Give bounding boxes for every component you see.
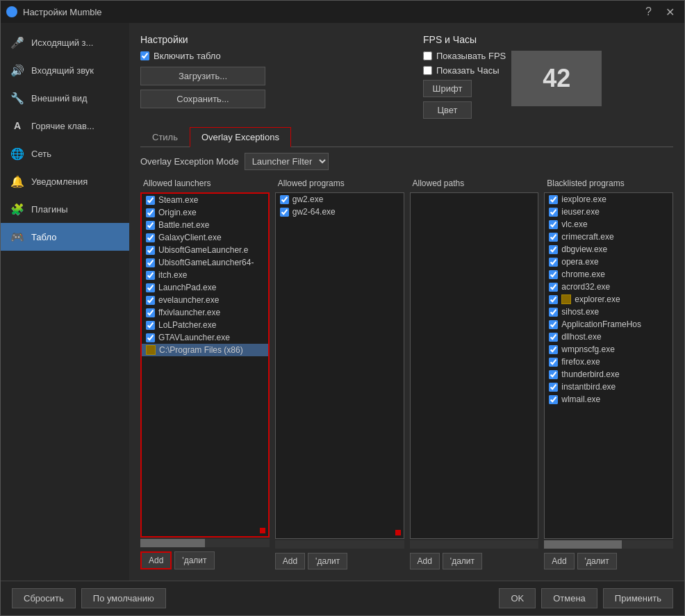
allowed-programs-col: Allowed programs gw2.exe gw2-64.exe Add …: [275, 177, 404, 569]
sidebar-item-plugins[interactable]: 🧩 Плагины: [1, 195, 129, 223]
tab-style[interactable]: Стиль: [140, 127, 190, 147]
top-row: Настройки Включить табло Загрузить... Со…: [140, 34, 673, 119]
list-item[interactable]: Steam.exe: [142, 194, 268, 206]
globe-icon: 🌐: [10, 147, 24, 160]
list-item[interactable]: acrord32.exe: [545, 281, 672, 293]
list-item-selected[interactable]: C:\Program Files (x86): [142, 344, 268, 356]
font-button[interactable]: Шрифт: [423, 80, 472, 97]
ok-button[interactable]: OK: [499, 588, 536, 608]
list-item[interactable]: dbgview.exe: [545, 243, 672, 256]
red-indicator: [260, 528, 265, 533]
content: 🎤 Исходящий з... 🔊 Входящий звук 🔧 Внешн…: [1, 23, 684, 581]
sidebar-label-overlay: Табло: [31, 232, 56, 242]
list-item[interactable]: dllhost.exe: [545, 331, 672, 343]
exception-mode-select[interactable]: Launcher Filter Whitelist Blacklist: [245, 153, 329, 170]
allowed-launchers-scrollbar[interactable]: [140, 539, 270, 547]
sidebar-label-audio-out: Исходящий з...: [31, 38, 93, 48]
close-button[interactable]: ✕: [661, 4, 679, 20]
list-item[interactable]: GTAVLauncher.exe: [142, 331, 268, 344]
list-item[interactable]: wmpnscfg.exe: [545, 343, 672, 356]
sidebar: 🎤 Исходящий з... 🔊 Входящий звук 🔧 Внешн…: [1, 23, 129, 581]
sidebar-label-appearance: Внешний вид: [31, 93, 88, 103]
allowed-programs-buttons: Add 'далит: [275, 553, 404, 569]
allowed-programs-scrollbar[interactable]: [275, 540, 404, 549]
allowed-programs-delete-btn[interactable]: 'далит: [308, 553, 347, 569]
allowed-launchers-list[interactable]: Steam.exe Origin.exe Battle.net.exe Gala…: [140, 192, 270, 538]
list-item[interactable]: Battle.net.exe: [142, 219, 268, 231]
reset-button[interactable]: Сбросить: [12, 588, 76, 608]
list-item[interactable]: chrome.exe: [545, 268, 672, 281]
list-item[interactable]: itch.exe: [142, 269, 268, 281]
list-item[interactable]: sihost.exe: [545, 306, 672, 318]
list-item[interactable]: instantbird.exe: [545, 381, 672, 393]
allowed-programs-list[interactable]: gw2.exe gw2-64.exe: [275, 192, 404, 539]
default-button[interactable]: По умолчанию: [81, 588, 166, 608]
cancel-button[interactable]: Отмена: [541, 588, 597, 608]
list-item[interactable]: LoLPatcher.exe: [142, 319, 268, 331]
list-item[interactable]: iexplore.exe: [545, 193, 672, 206]
fps-controls: Показывать FPS Показать Часы Шрифт Цвет: [423, 51, 506, 119]
enable-checkbox[interactable]: [140, 51, 149, 60]
list-item[interactable]: vlc.exe: [545, 218, 672, 231]
sidebar-item-overlay[interactable]: 🎮 Табло: [1, 223, 129, 251]
puzzle-icon: 🧩: [10, 202, 24, 216]
sidebar-item-audio-out[interactable]: 🎤 Исходящий з...: [1, 28, 129, 56]
blacklisted-programs-scrollbar[interactable]: [544, 540, 673, 549]
apply-button[interactable]: Применить: [603, 588, 673, 608]
sidebar-item-notifications[interactable]: 🔔 Уведомления: [1, 167, 129, 195]
lists-area: Allowed launchers Steam.exe Origin.exe B…: [140, 177, 673, 569]
blacklisted-programs-add-btn[interactable]: Add: [544, 553, 574, 569]
enable-label: Включить табло: [154, 51, 221, 61]
allowed-paths-add-btn[interactable]: Add: [410, 553, 440, 569]
blacklisted-programs-delete-btn[interactable]: 'далит: [577, 553, 617, 569]
window: Настройки Mumble ? ✕ 🎤 Исходящий з... 🔊 …: [0, 0, 685, 616]
list-item[interactable]: firefox.exe: [545, 356, 672, 368]
save-button[interactable]: Сохранить...: [140, 90, 265, 108]
sidebar-label-hotkeys: Горячие клав...: [31, 121, 94, 131]
allowed-paths-scrollbar[interactable]: [410, 540, 539, 549]
blacklisted-programs-header: Blacklisted programs: [544, 177, 673, 190]
list-item[interactable]: ApplicationFrameHos: [545, 318, 672, 331]
list-item[interactable]: gw2.exe: [276, 193, 404, 206]
fps-title: FPS и Часы: [423, 34, 673, 45]
list-item[interactable]: crimecraft.exe: [545, 231, 672, 243]
list-item[interactable]: explorer.exe: [545, 293, 672, 306]
bell-icon: 🔔: [10, 174, 24, 188]
show-clock-checkbox[interactable]: [423, 66, 432, 75]
sidebar-item-appearance[interactable]: 🔧 Внешний вид: [1, 84, 129, 112]
allowed-launchers-add-btn[interactable]: Add: [140, 551, 172, 569]
color-button[interactable]: Цвет: [423, 101, 472, 119]
allowed-launchers-header: Allowed launchers: [140, 177, 270, 190]
allowed-programs-add-btn[interactable]: Add: [275, 553, 305, 569]
list-item[interactable]: Origin.exe: [142, 206, 268, 219]
sidebar-label-audio-in: Входящий звук: [31, 65, 94, 76]
sidebar-label-network: Сеть: [31, 149, 51, 159]
sidebar-item-hotkeys[interactable]: A Горячие клав...: [1, 112, 129, 140]
tab-overlay-exceptions[interactable]: Overlay Exceptions: [190, 127, 291, 147]
allowed-launchers-col: Allowed launchers Steam.exe Origin.exe B…: [140, 177, 270, 569]
list-item[interactable]: opera.exe: [545, 256, 672, 268]
list-item[interactable]: UbisoftGameLauncher64-: [142, 256, 268, 269]
titlebar: Настройки Mumble ? ✕: [1, 1, 684, 23]
list-item[interactable]: UbisoftGameLauncher.e: [142, 244, 268, 256]
list-item[interactable]: LaunchPad.exe: [142, 281, 268, 294]
help-button[interactable]: ?: [641, 4, 656, 19]
list-item[interactable]: evelauncher.exe: [142, 294, 268, 306]
sidebar-item-network[interactable]: 🌐 Сеть: [1, 140, 129, 167]
list-item[interactable]: GalaxyClient.exe: [142, 231, 268, 244]
load-button[interactable]: Загрузить...: [140, 67, 265, 85]
blacklisted-programs-list[interactable]: iexplore.exe ieuser.exe vlc.exe crimecra…: [544, 192, 673, 539]
allowed-paths-delete-btn[interactable]: 'далит: [443, 553, 482, 569]
footer: Сбросить По умолчанию OK Отмена Применит…: [1, 581, 684, 615]
list-item[interactable]: ieuser.exe: [545, 206, 672, 218]
sidebar-item-audio-in[interactable]: 🔊 Входящий звук: [1, 56, 129, 84]
show-fps-checkbox[interactable]: [423, 51, 432, 60]
show-fps-row: Показывать FPS: [423, 51, 506, 61]
list-item[interactable]: ffxivlauncher.exe: [142, 306, 268, 319]
allowed-launchers-delete-btn[interactable]: 'далит: [174, 551, 214, 569]
sidebar-label-plugins: Плагины: [31, 204, 68, 215]
allowed-paths-list[interactable]: [410, 192, 539, 539]
list-item[interactable]: thunderbird.exe: [545, 368, 672, 381]
list-item[interactable]: gw2-64.exe: [276, 206, 404, 218]
list-item[interactable]: wlmail.exe: [545, 393, 672, 406]
